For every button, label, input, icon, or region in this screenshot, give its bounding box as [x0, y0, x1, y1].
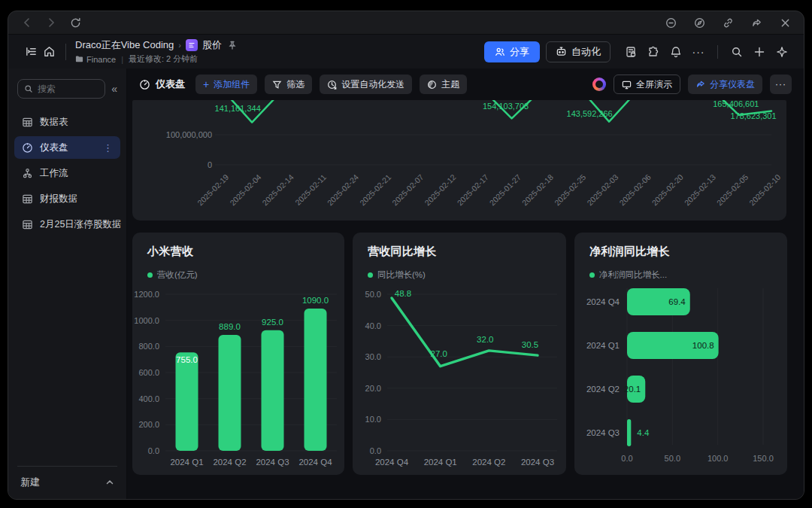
chart-text: 600.0: [138, 368, 159, 377]
chart-legend[interactable]: 营收(亿元): [147, 269, 344, 281]
bar[interactable]: [262, 330, 284, 451]
schedule-send-button[interactable]: 设置自动化发送: [320, 75, 412, 94]
form-permission-icon[interactable]: [621, 43, 641, 61]
extensions-icon[interactable]: [644, 43, 663, 61]
chart-legend[interactable]: 净利润同比增长...: [589, 269, 787, 281]
point-label: 30.5: [522, 340, 538, 349]
chart-text: 0.0: [370, 446, 381, 455]
point-label: 178,623,301: [730, 111, 776, 120]
category-label: 2024 Q3: [256, 458, 289, 467]
header-right-divider: [717, 45, 718, 59]
point-label: 27.0: [431, 349, 447, 358]
bar[interactable]: [304, 309, 327, 451]
category-label: 2024 Q2: [472, 458, 505, 467]
xiaomi-revenue-card[interactable]: 小米营收 营收(亿元) 1200.01000.0800.0600.0400.02…: [132, 233, 344, 475]
share-dashboard-button[interactable]: 分享仪表盘: [688, 75, 762, 94]
profit-hbar-chart[interactable]: 0.050.0100.0150.02024 Q469.42024 Q1100.8…: [574, 284, 787, 473]
legend-dot: [589, 272, 595, 278]
point-label: 32.0: [477, 335, 493, 344]
chart-text: 50.0: [665, 454, 680, 463]
date-tick: 2025-02-21: [358, 172, 393, 208]
stock-line-chart[interactable]: 100,000,00002025-02-192025-02-042025-02-…: [132, 100, 786, 221]
point-label: 165,406,601: [713, 100, 759, 108]
revenue-yoy-card[interactable]: 营收同比增长 同比增长(%) 50.040.030.020.010.00.048…: [353, 233, 566, 475]
sidebar-item-dashboard[interactable]: 仪表盘 ⋮: [14, 136, 120, 159]
date-tick: 2025-02-05: [715, 172, 750, 208]
folder-chip[interactable]: Finance: [75, 55, 116, 64]
collapse-sidebar-icon[interactable]: «: [111, 83, 117, 95]
comment-icon[interactable]: [662, 14, 679, 31]
legend-dot: [147, 272, 153, 278]
category-label: 2024 Q2: [213, 458, 246, 467]
compass-icon[interactable]: [691, 14, 707, 31]
sidebar-footer-divider: [17, 466, 117, 467]
chart-text: 0.0: [148, 446, 159, 455]
robot-icon: [556, 46, 567, 57]
chart-legend[interactable]: 同比增长(%): [368, 269, 566, 281]
category-label: 2024 Q4: [375, 458, 409, 467]
automation-button[interactable]: 自动化: [546, 41, 611, 62]
filter-funnel-icon: [272, 80, 282, 90]
sidebar-item-label: 仪表盘: [40, 141, 68, 154]
forward-share-icon[interactable]: [748, 14, 765, 31]
sidebar-item-workflow[interactable]: 工作流: [14, 162, 120, 184]
sidebar-item-data-tables[interactable]: 数据表: [14, 111, 120, 133]
point-label: 154,103,703: [483, 102, 529, 111]
bar[interactable]: [627, 419, 631, 446]
header-more-icon[interactable]: ···: [689, 43, 708, 61]
create-new-icon[interactable]: [750, 43, 769, 61]
ai-sparkle-icon[interactable]: [772, 43, 792, 61]
reload-icon[interactable]: [67, 14, 83, 31]
legend-label: 净利润同比增长...: [599, 269, 667, 281]
title-block: Draco正在Vibe Coding › 股价 Finance | 最近修改: …: [75, 38, 238, 65]
table-icon: [22, 117, 33, 128]
bar[interactable]: [176, 352, 198, 451]
chart-text: 800.0: [138, 342, 159, 351]
chart-text: 100.0: [707, 454, 729, 463]
share-label: 分享: [510, 45, 529, 59]
plus-icon: +: [203, 78, 209, 90]
chart-text: 30.0: [365, 352, 381, 361]
revenue-bar-chart[interactable]: 1200.01000.0800.0600.0400.0200.00.0755.0…: [132, 284, 344, 473]
theme-button[interactable]: 主题: [420, 75, 467, 94]
sidebar-item-feb25-limit-up-stocks[interactable]: 2月25日涨停股数据: [14, 213, 120, 236]
sidebar-search-box[interactable]: [17, 79, 105, 99]
workspace-title[interactable]: Draco正在Vibe Coding: [75, 38, 174, 52]
back-icon[interactable]: [19, 14, 35, 31]
growth-line-series[interactable]: [392, 298, 538, 367]
item-more-icon[interactable]: ⋮: [103, 142, 113, 154]
filter-button[interactable]: 筛选: [265, 75, 312, 94]
category-label: 2024 Q1: [170, 458, 203, 467]
home-icon[interactable]: [40, 43, 58, 61]
clock-send-icon: [327, 80, 337, 90]
share-button[interactable]: 分享: [484, 41, 540, 62]
fullscreen-present-button[interactable]: 全屏演示: [614, 75, 680, 94]
category-label: 2024 Q1: [586, 341, 620, 350]
search-input[interactable]: [38, 84, 90, 94]
date-tick: 2025-02-10: [747, 172, 783, 208]
profit-yoy-card[interactable]: 净利润同比增长 净利润同比增长... 0.050.0100.0150.02024…: [574, 233, 787, 475]
forward-icon[interactable]: [43, 14, 59, 31]
chart-text: 1200.0: [134, 290, 159, 299]
new-button[interactable]: 新建: [17, 476, 117, 492]
doc-title[interactable]: 股价: [202, 38, 222, 52]
date-tick: 2025-01-27: [488, 172, 523, 208]
dashboard-more-button[interactable]: ···: [770, 75, 792, 94]
presentation-icon: [622, 80, 632, 90]
growth-line-chart[interactable]: 50.040.030.020.010.00.048.82024 Q427.020…: [353, 284, 566, 473]
link-icon[interactable]: [720, 14, 736, 31]
add-widget-button[interactable]: + 添加组件: [195, 75, 257, 94]
legend-label: 同比增长(%): [377, 269, 426, 281]
search-icon[interactable]: [727, 43, 747, 61]
collaborator-avatar[interactable]: [592, 78, 606, 91]
notifications-bell-icon[interactable]: [666, 43, 686, 61]
browser-topbar: [8, 11, 804, 34]
sidebar-item-financial-data[interactable]: 财报数据: [14, 187, 120, 210]
pin-icon[interactable]: [226, 39, 238, 51]
sidebar-toggle-icon[interactable]: [22, 43, 40, 61]
date-tick: 2025-02-03: [585, 172, 620, 208]
bar[interactable]: [219, 335, 241, 451]
chart-text: 40.0: [365, 321, 381, 330]
stock-line-chart-card[interactable]: 100,000,00002025-02-192025-02-042025-02-…: [132, 100, 786, 221]
close-icon[interactable]: [777, 14, 793, 31]
